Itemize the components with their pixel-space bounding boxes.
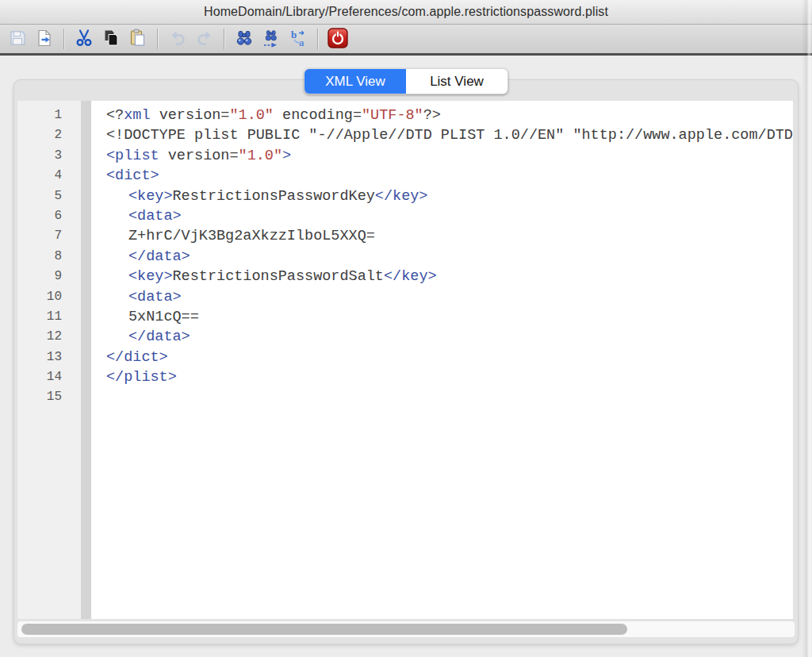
code-line[interactable]: </plist> (106, 367, 793, 387)
code-token: version= (159, 148, 239, 164)
code-line[interactable]: <plist version="1.0"> (106, 146, 793, 166)
code-line[interactable]: <!DOCTYPE plist PUBLIC "-//Apple//DTD PL… (106, 125, 793, 145)
find-button[interactable] (232, 27, 256, 51)
line-number: 14 (17, 367, 81, 387)
redo-icon (195, 29, 214, 50)
code-token: <plist (106, 148, 159, 164)
code-token: <key> (128, 188, 173, 205)
window-right-edge (802, 0, 812, 657)
find-next-button[interactable] (259, 27, 283, 51)
toolbar-separator (63, 29, 65, 49)
code-line[interactable]: 5xN1cQ== (106, 307, 793, 327)
code-line[interactable]: <key>RestrictionsPasswordSalt</key> (106, 267, 793, 286)
replace-icon: ba (289, 29, 308, 50)
code-line[interactable] (106, 387, 793, 407)
code-token: "1.0" (239, 148, 283, 164)
line-number: 11 (17, 307, 81, 327)
code-token: RestrictionsPasswordSalt (173, 268, 384, 285)
code-token: <data> (128, 289, 182, 305)
code-token: <dict> (106, 167, 159, 184)
copy-button[interactable] (99, 27, 123, 51)
code-token: <!DOCTYPE plist PUBLIC "-//Apple//DTD PL… (106, 127, 793, 144)
code-token: <? (106, 107, 124, 124)
save-button[interactable] (6, 27, 29, 51)
code-area[interactable]: <?xml version="1.0" encoding="UTF-8"?><!… (91, 101, 793, 619)
line-number: 5 (17, 186, 81, 206)
code-line[interactable]: <key>RestrictionsPasswordKey</key> (106, 186, 793, 206)
horizontal-scrollbar-track[interactable] (17, 621, 795, 637)
save-icon (8, 29, 27, 50)
line-number: 12 (17, 327, 81, 347)
replace-button[interactable]: ba (286, 27, 310, 51)
window-title: HomeDomain/Library/Preferences/com.apple… (204, 5, 608, 19)
code-line[interactable]: Z+hrC/VjK3Bg2aXkzzIlboL5XXQ= (106, 226, 793, 246)
find-icon (235, 29, 254, 50)
toolbar-separator (157, 29, 159, 49)
tab-list-view[interactable]: List View (406, 69, 508, 94)
code-token: version= (151, 107, 230, 124)
code-line[interactable]: <data> (106, 287, 793, 307)
code-token: "1.0" (229, 107, 274, 124)
line-number: 8 (17, 247, 81, 267)
line-number: 6 (17, 206, 81, 226)
code-line[interactable]: </dict> (106, 348, 793, 367)
code-token: ?> (423, 107, 441, 124)
code-token: <data> (128, 208, 182, 225)
cut-button[interactable] (72, 27, 96, 51)
export-button[interactable] (33, 27, 56, 51)
export-icon (35, 29, 54, 50)
code-token: RestrictionsPasswordKey (173, 188, 375, 205)
code-line[interactable]: <dict> (106, 166, 793, 186)
code-token: xml (124, 107, 150, 124)
code-token: </data> (128, 248, 190, 265)
code-line[interactable]: <data> (106, 206, 793, 226)
power-icon (327, 28, 348, 51)
toolbar-separator (317, 29, 319, 49)
code-token: 5xN1cQ== (128, 309, 199, 325)
copy-icon (102, 29, 121, 50)
code-token: <key> (128, 268, 173, 285)
code-token: > (282, 148, 291, 164)
line-number: 15 (17, 387, 81, 407)
line-number: 13 (17, 348, 81, 367)
view-tab-control: XML ViewList View (304, 68, 508, 94)
code-token: "UTF-8" (362, 107, 423, 124)
tab-xml-view[interactable]: XML View (304, 69, 406, 94)
code-token: </data> (128, 328, 190, 345)
svg-text:a: a (299, 36, 304, 48)
code-token: </key> (375, 188, 428, 205)
undo-icon (168, 29, 187, 50)
line-number: 10 (17, 287, 81, 307)
code-line[interactable]: </data> (106, 247, 793, 267)
code-token: encoding= (274, 107, 362, 124)
line-number: 3 (17, 146, 81, 166)
fold-margin (81, 101, 91, 619)
line-number: 4 (17, 166, 81, 186)
cut-icon (75, 29, 94, 50)
code-token: </plist> (106, 369, 177, 386)
line-number: 9 (17, 267, 81, 286)
code-line[interactable]: <?xml version="1.0" encoding="UTF-8"?> (106, 106, 793, 125)
toolbar: ba (0, 25, 812, 56)
horizontal-scrollbar-thumb[interactable] (21, 624, 627, 635)
paste-icon (128, 29, 147, 50)
code-line[interactable]: </data> (106, 327, 793, 347)
redo-button[interactable] (193, 27, 216, 51)
window-titlebar: HomeDomain/Library/Preferences/com.apple… (0, 0, 812, 25)
undo-button[interactable] (166, 27, 190, 51)
find-next-icon (262, 29, 281, 50)
svg-text:b: b (291, 29, 297, 40)
code-token: Z+hrC/VjK3Bg2aXkzzIlboL5XXQ= (128, 228, 375, 244)
line-number: 1 (17, 106, 81, 125)
exit-button[interactable] (326, 27, 350, 51)
paste-button[interactable] (126, 27, 150, 51)
code-token: </key> (384, 268, 437, 285)
toolbar-separator (224, 29, 225, 49)
xml-editor[interactable]: 123456789101112131415 <?xml version="1.0… (17, 101, 793, 619)
line-number: 2 (17, 125, 81, 145)
line-number-gutter: 123456789101112131415 (17, 101, 81, 619)
line-number: 7 (17, 226, 81, 246)
code-token: </dict> (106, 349, 168, 366)
